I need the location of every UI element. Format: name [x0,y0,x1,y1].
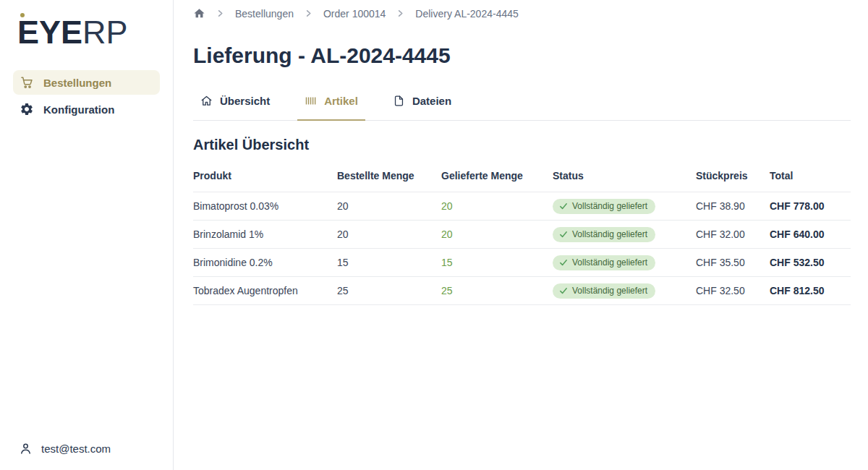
cell-stueckpreis: CHF 38.90 [696,200,770,212]
col-header-stueckpreis: Stückpreis [696,170,770,181]
gear-icon [20,102,34,116]
col-header-gelieferte-menge: Gelieferte Menge [441,170,553,181]
breadcrumb-order[interactable]: Order 100014 [323,8,386,20]
home-icon [200,95,213,107]
file-icon [393,95,405,107]
col-header-bestellte-menge: Bestellte Menge [337,170,441,181]
table-row: Bimatoprost 0.03% 20 20 Vollständig geli… [193,192,851,221]
logo-text-bold: EYE [17,14,82,51]
col-header-produkt: Produkt [193,170,337,181]
sidebar-item-label: Bestellungen [43,77,111,89]
sidebar-item-label: Konfiguration [43,103,114,116]
cell-bestellt: 25 [337,285,441,296]
status-badge: Vollständig geliefert [553,199,655,214]
cell-produkt: Brimonidine 0.2% [193,257,337,268]
breadcrumb-delivery: Delivery AL-2024-4445 [415,8,518,20]
cell-stueckpreis: CHF 35.50 [696,257,770,268]
cell-stueckpreis: CHF 32.50 [696,285,770,296]
tab-artikel[interactable]: Artikel [297,95,365,121]
check-icon [559,202,568,210]
articles-table: Produkt Bestellte Menge Gelieferte Menge… [193,170,851,305]
breadcrumb: Bestellungen Order 100014 Delivery AL-20… [193,7,851,20]
bars-icon [305,95,317,107]
cell-produkt: Tobradex Augentropfen [193,285,337,296]
cell-bestellt: 20 [337,228,441,240]
tab-label: Übersicht [220,95,270,107]
cell-total: CHF 640.00 [770,228,851,240]
col-header-total: Total [770,170,851,181]
cell-produkt: Brinzolamid 1% [193,228,337,240]
col-header-status: Status [553,170,696,181]
logo-text-light: RP [82,14,128,51]
sidebar: EYERP Bestellungen K [0,0,174,470]
chevron-right-icon [216,9,224,17]
cell-bestellt: 20 [337,200,441,212]
user-icon [19,442,33,456]
breadcrumb-bestellungen[interactable]: Bestellungen [235,8,294,20]
cell-produkt: Bimatoprost 0.03% [193,200,337,212]
check-icon [559,230,568,239]
tab-label: Artikel [324,95,358,107]
cell-total: CHF 812.50 [770,285,851,296]
user-account[interactable]: test@test.com [0,432,173,470]
user-email: test@test.com [41,443,111,455]
cell-geliefert: 15 [441,257,553,268]
sidebar-item-konfiguration[interactable]: Konfiguration [13,97,160,121]
tab-uebersicht[interactable]: Übersicht [193,95,277,121]
cell-geliefert: 25 [441,285,553,296]
logo-dot [20,13,25,17]
cart-icon [20,75,34,90]
app-window: EYERP Bestellungen K [0,0,868,470]
check-icon [559,258,568,267]
chevron-right-icon [396,9,404,17]
app-logo: EYERP [17,10,173,48]
section-heading: Artikel Übersicht [193,137,851,153]
status-badge: Vollständig geliefert [553,283,655,299]
chevron-right-icon [305,9,312,17]
cell-total: CHF 532.50 [770,257,851,268]
page-title: Lieferung - AL-2024-4445 [193,43,851,68]
check-icon [559,286,568,295]
table-header-row: Produkt Bestellte Menge Gelieferte Menge… [193,170,851,192]
cell-total: CHF 778.00 [770,200,851,212]
table-row: Tobradex Augentropfen 25 25 Vollständig … [193,277,851,305]
tab-dateien[interactable]: Dateien [386,95,459,121]
cell-geliefert: 20 [441,200,553,212]
table-row: Brinzolamid 1% 20 20 Vollständig geliefe… [193,221,851,249]
tab-bar: Übersicht Artikel Dateien [193,95,851,121]
status-badge: Vollständig geliefert [553,255,655,270]
status-badge: Vollständig geliefert [553,227,655,242]
table-row: Brimonidine 0.2% 15 15 Vollständig gelie… [193,249,851,277]
cell-stueckpreis: CHF 32.00 [696,228,770,240]
main-content: Bestellungen Order 100014 Delivery AL-20… [174,0,868,470]
tab-label: Dateien [412,95,451,107]
cell-geliefert: 20 [441,228,553,240]
sidebar-item-bestellungen[interactable]: Bestellungen [13,70,160,95]
home-breadcrumb-icon[interactable] [193,7,205,20]
cell-bestellt: 15 [337,257,441,268]
sidebar-nav: Bestellungen Konfiguration [0,70,173,121]
